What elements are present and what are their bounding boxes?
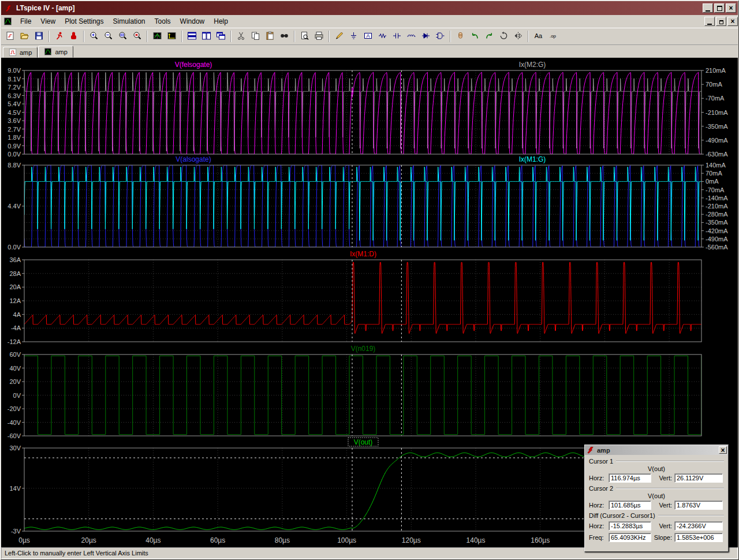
svg-text:4.4V: 4.4V (8, 203, 21, 210)
print-preview-button[interactable] (297, 29, 312, 43)
component-button[interactable] (433, 29, 447, 43)
diff-horz-label: Horz: (589, 522, 606, 529)
autorange-button[interactable] (165, 29, 179, 43)
tile-horizontal-icon (187, 31, 197, 42)
text-button[interactable]: Aa (531, 29, 546, 43)
zoom-in-button[interactable] (87, 29, 101, 43)
mirror-button[interactable] (511, 29, 525, 43)
tab-amp-waveform[interactable]: amp (38, 46, 73, 58)
child-restore-button[interactable] (716, 17, 726, 26)
title-bar[interactable]: LTspice IV - [amp] × (1, 1, 738, 15)
new-schematic-button[interactable] (3, 29, 17, 43)
zoom-full-icon (118, 31, 128, 42)
cursor-dialog-titlebar[interactable]: amp × (585, 445, 728, 455)
svg-text:Ix(M1:D): Ix(M1:D) (350, 250, 376, 258)
redo-icon (484, 31, 494, 42)
redo-button[interactable] (482, 29, 497, 43)
window-title: LTspice IV - [amp] (16, 4, 701, 12)
zoom-extents-icon (132, 31, 142, 42)
cascade-button[interactable] (214, 29, 228, 43)
wire-icon (334, 31, 344, 42)
menu-file[interactable]: File (16, 16, 36, 27)
svg-text:14V: 14V (9, 485, 21, 492)
spice-directive-button[interactable]: .op (546, 29, 560, 43)
svg-text:60V: 60V (9, 351, 21, 358)
wire-button[interactable] (332, 29, 346, 43)
cursor1-trace: V(out) (589, 465, 724, 472)
paste-button[interactable] (263, 29, 277, 43)
svg-text:-12A: -12A (8, 338, 21, 345)
cursor2-vert-field[interactable]: 1.8763V (674, 501, 723, 510)
svg-text:-630mA: -630mA (706, 151, 728, 158)
close-button[interactable]: × (726, 3, 736, 13)
cursor-dialog-close-button[interactable]: × (719, 446, 727, 454)
svg-text:100µs: 100µs (337, 536, 356, 544)
tab-label: amp (55, 48, 67, 55)
tile-horizontal-button[interactable] (185, 29, 199, 43)
cursor2-vert-label: Vert: (654, 502, 672, 509)
find-button[interactable] (277, 29, 292, 43)
menu-help[interactable]: Help (209, 16, 233, 27)
inductor-icon (406, 31, 416, 42)
resistor-button[interactable] (375, 29, 390, 43)
svg-text:70mA: 70mA (706, 170, 722, 177)
svg-text:-560mA: -560mA (706, 244, 728, 251)
move-button[interactable] (453, 29, 468, 43)
menu-simulation[interactable]: Simulation (109, 16, 150, 27)
move-icon (456, 31, 465, 42)
cut-button[interactable] (234, 29, 248, 43)
tile-vertical-button[interactable] (199, 29, 214, 43)
minimize-button[interactable] (703, 3, 713, 13)
trace-V(n019) (24, 356, 701, 434)
cursor1-vert-label: Vert: (654, 475, 672, 481)
toolbar-separator (181, 31, 182, 42)
tab-amp-schematic[interactable]: amp (3, 47, 38, 58)
cursor1-vert-field[interactable]: 26.1129V (674, 473, 723, 483)
freq-field[interactable]: 65.4093KHz (609, 533, 651, 542)
grid-toggle-button[interactable] (150, 29, 165, 43)
toolbar-separator (48, 31, 50, 42)
ground-button[interactable] (346, 29, 361, 43)
zoom-full-button[interactable] (115, 29, 130, 43)
menu-tools[interactable]: Tools (150, 16, 176, 27)
svg-text:12A: 12A (9, 297, 21, 304)
save-button[interactable] (32, 29, 46, 43)
slope-field[interactable]: 1.5853e+006 (674, 533, 723, 542)
toolbar-separator (83, 31, 84, 42)
ltspice-logo-icon (3, 3, 13, 13)
rotate-button[interactable] (497, 29, 511, 43)
svg-text:-60V: -60V (8, 432, 21, 439)
child-close-button[interactable]: × (727, 17, 738, 26)
svg-text:80µs: 80µs (275, 536, 290, 544)
svg-text:210mA: 210mA (706, 67, 726, 74)
diff-vert-field[interactable]: -24.2366V (674, 521, 723, 531)
net-label-button[interactable]: A (361, 29, 375, 43)
svg-text:28A: 28A (9, 270, 21, 277)
tile-vertical-icon (201, 31, 211, 42)
zoom-extents-button[interactable] (130, 29, 144, 43)
menu-plot-settings[interactable]: Plot Settings (60, 16, 108, 27)
cursor2-horz-field[interactable]: 101.685µs (609, 501, 651, 510)
maximize-button[interactable] (714, 3, 725, 13)
child-minimize-button[interactable] (704, 17, 715, 26)
menu-view[interactable]: View (36, 16, 60, 27)
zoom-out-button[interactable] (101, 29, 115, 43)
menu-window[interactable]: Window (176, 16, 210, 27)
run-button[interactable] (52, 29, 66, 43)
diode-button[interactable] (419, 29, 433, 43)
child-window-icon[interactable] (3, 17, 14, 26)
cursor2-horz-label: Horz: (589, 502, 606, 509)
cursor1-horz-field[interactable]: 116.974µs (609, 473, 651, 483)
inductor-button[interactable] (404, 29, 419, 43)
svg-text:140mA: 140mA (706, 162, 726, 169)
open-button[interactable] (17, 29, 32, 43)
copy-button[interactable] (248, 29, 263, 43)
halt-button[interactable] (66, 29, 81, 43)
capacitor-button[interactable] (390, 29, 404, 43)
mirror-icon (513, 31, 523, 42)
svg-text:-210mA: -210mA (706, 109, 728, 116)
print-button[interactable] (312, 29, 326, 43)
undo-button[interactable] (468, 29, 482, 43)
svg-text:30V: 30V (9, 445, 21, 451)
diff-horz-field[interactable]: -15.2883µs (609, 521, 651, 531)
